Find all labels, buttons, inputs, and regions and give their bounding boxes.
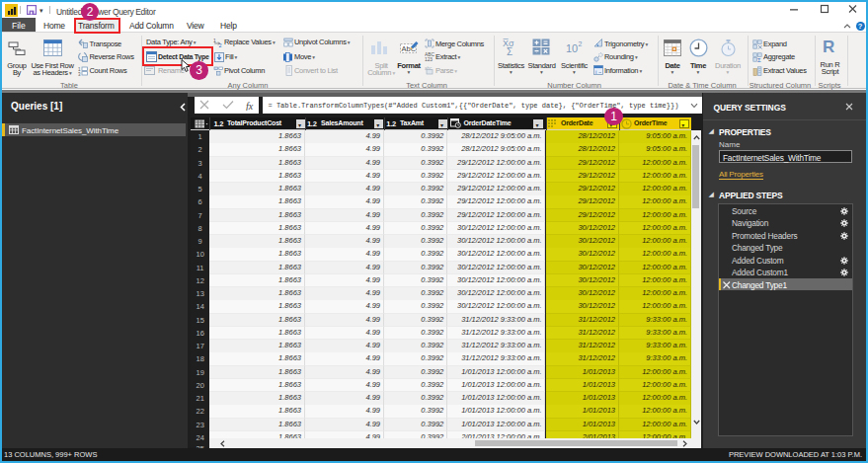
svg-text:fx: fx xyxy=(246,101,254,111)
svg-text:123: 123 xyxy=(425,57,433,62)
svg-text:Σ: Σ xyxy=(757,57,761,62)
svg-text:10: 10 xyxy=(566,42,578,54)
svg-text:2: 2 xyxy=(219,42,222,47)
svg-text:2: 2 xyxy=(579,40,583,47)
svg-text:3: 3 xyxy=(78,71,81,76)
svg-text:1: 1 xyxy=(213,38,216,43)
svg-text:Σ: Σ xyxy=(507,46,513,56)
svg-text:ABC: ABC xyxy=(425,52,434,57)
svg-text:i: i xyxy=(595,69,596,75)
